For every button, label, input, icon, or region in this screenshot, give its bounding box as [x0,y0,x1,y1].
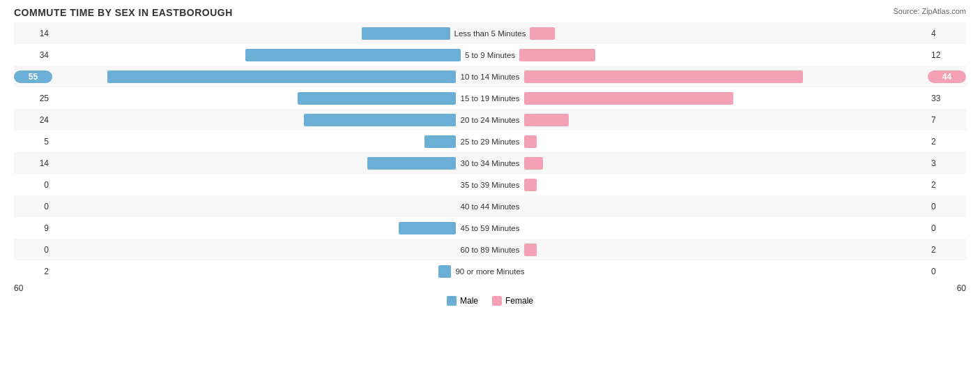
table-row: 035 to 39 Minutes2 [14,174,966,195]
row-label: 10 to 14 Minutes [456,73,523,81]
table-row: 345 to 9 Minutes12 [14,44,966,66]
female-value: 33 [928,94,966,103]
male-bar-container [52,217,456,239]
male-bar [424,135,456,148]
male-value: 14 [14,158,52,168]
male-bar-container [52,44,461,66]
row-label: 15 to 19 Minutes [456,94,523,103]
source-text: Source: ZipAtlas.com [893,7,966,15]
female-bar-container [524,109,928,131]
female-bar [524,92,733,105]
male-value: 9 [14,223,52,233]
female-bar-container [524,174,928,195]
female-value: 2 [928,245,966,255]
chart-title: COMMUTE TIME BY SEX IN EASTBOROUGH [14,7,966,18]
female-value: 0 [928,202,966,211]
female-bar-container [529,260,928,282]
male-value: 25 [14,94,52,103]
female-bar [524,70,803,83]
female-bar-container [524,131,928,152]
female-bar-container [519,44,928,66]
female-value: 2 [928,137,966,147]
table-row: 2420 to 24 Minutes7 [14,109,966,131]
female-bar [519,49,595,61]
row-label: 30 to 34 Minutes [456,159,523,167]
female-bar-container [524,66,928,87]
table-row: 040 to 44 Minutes0 [14,195,966,217]
axis-labels: 60 60 [14,283,966,293]
female-value: 2 [928,180,966,190]
female-bar [524,179,537,191]
row-label: 90 or more Minutes [451,267,528,276]
male-bar-container [52,87,456,109]
row-label: 20 to 24 Minutes [456,116,523,124]
female-value: 0 [928,223,966,233]
male-bar [304,114,456,126]
male-bar-container [52,131,456,152]
row-label: 45 to 59 Minutes [456,224,523,232]
female-bar [530,27,555,40]
male-bar [362,27,450,40]
legend: Male Female [14,296,966,306]
female-bar-container [524,152,928,174]
female-bar-container [524,217,928,239]
male-legend-label: Male [460,296,478,306]
female-legend-label: Female [505,296,533,306]
male-value: 0 [14,245,52,255]
axis-right: 60 [957,283,966,293]
row-label: 40 to 44 Minutes [456,202,523,211]
male-bar-container [52,109,456,131]
axis-left: 60 [14,283,23,293]
table-row: 060 to 89 Minutes2 [14,239,966,260]
table-row: 5510 to 14 Minutes44 [14,66,966,87]
legend-male: Male [447,296,478,306]
male-bar-container [52,174,456,195]
legend-female: Female [492,296,533,306]
table-row: 945 to 59 Minutes0 [14,217,966,239]
chart-container: COMMUTE TIME BY SEX IN EASTBOROUGH Sourc… [0,0,980,365]
male-bar-container [52,260,451,282]
male-bar [245,49,461,61]
male-bar-container [52,195,456,217]
male-value: 5 [14,137,52,147]
table-row: 1430 to 34 Minutes3 [14,152,966,174]
female-value: 4 [928,29,966,38]
female-bar [524,244,537,256]
female-bar [524,157,543,170]
table-row: 525 to 29 Minutes2 [14,131,966,152]
male-bar-container [52,22,450,44]
female-bar-container [524,239,928,260]
female-bar-container [524,87,928,109]
table-row: 290 or more Minutes0 [14,260,966,282]
female-value: 44 [928,70,966,83]
row-label: Less than 5 Minutes [450,29,530,38]
female-value: 12 [928,50,966,60]
chart-rows: 14Less than 5 Minutes4345 to 9 Minutes12… [14,22,966,282]
row-label: 5 to 9 Minutes [461,51,519,59]
male-bar [367,157,456,170]
male-bar-container [52,239,456,260]
male-value: 0 [14,202,52,211]
male-bar [438,265,451,278]
male-bar [107,70,456,83]
table-row: 14Less than 5 Minutes4 [14,22,966,44]
row-label: 35 to 39 Minutes [456,181,523,189]
table-row: 2515 to 19 Minutes33 [14,87,966,109]
male-value: 55 [14,70,52,83]
male-value: 2 [14,267,52,276]
row-label: 60 to 89 Minutes [456,246,523,254]
female-bar-container [530,22,928,44]
male-bar-container [52,66,456,87]
female-value: 0 [928,267,966,276]
male-bar-container [52,152,456,174]
female-value: 3 [928,158,966,168]
female-bar [524,114,569,126]
male-bar [298,92,456,105]
female-bar [524,135,537,148]
male-legend-box [447,296,457,306]
female-value: 7 [928,115,966,125]
row-label: 25 to 29 Minutes [456,137,523,146]
male-value: 24 [14,115,52,125]
male-value: 0 [14,180,52,190]
female-legend-box [492,296,502,306]
